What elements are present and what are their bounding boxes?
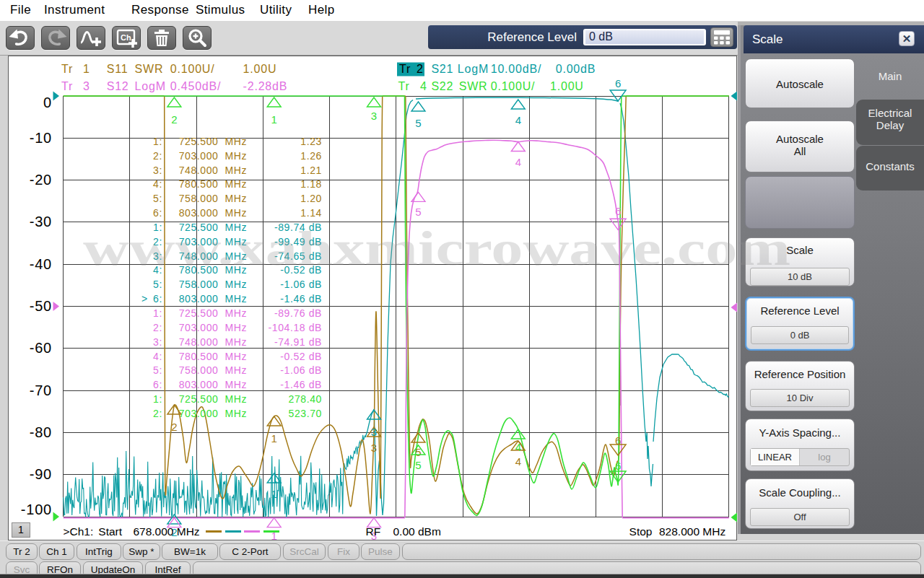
svg-text:Ch: Ch — [121, 33, 131, 42]
